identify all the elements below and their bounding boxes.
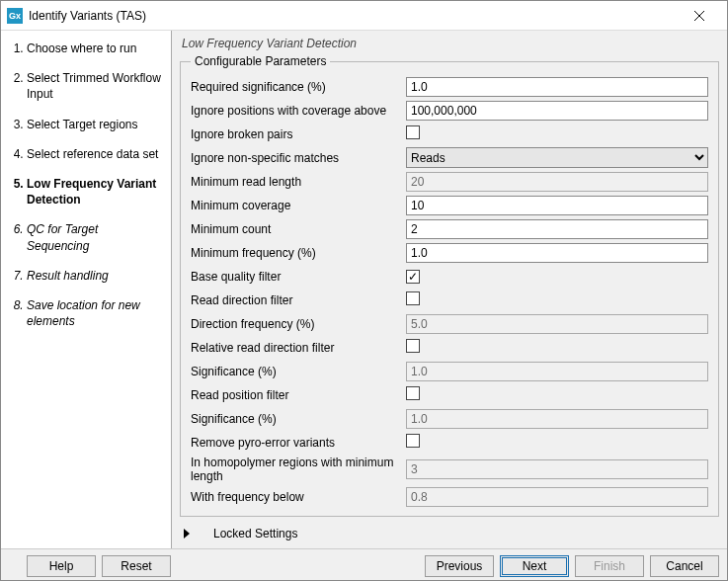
param-control (406, 196, 708, 215)
param-row: Minimum frequency (%) (191, 242, 708, 263)
wizard-step[interactable]: Select Trimmed Workflow Input (27, 70, 163, 102)
param-text-input[interactable] (406, 196, 708, 215)
cancel-button[interactable]: Cancel (650, 555, 719, 577)
param-label: Read position filter (191, 388, 406, 402)
param-label: Ignore non-specific matches (191, 151, 406, 165)
param-row: Required significance (%) (191, 76, 708, 97)
param-label: Remove pyro-error variants (191, 436, 406, 450)
param-control (406, 270, 708, 284)
param-text-input (406, 172, 708, 192)
param-control (406, 125, 708, 142)
chevron-right-icon (184, 529, 190, 539)
close-button[interactable] (680, 2, 719, 30)
wizard-step[interactable]: Select reference data set (27, 146, 163, 162)
locked-settings-label: Locked Settings (213, 527, 297, 540)
param-text-input[interactable] (406, 243, 708, 263)
param-control (406, 314, 708, 334)
param-text-input (406, 409, 708, 429)
param-label: Ignore positions with coverage above (191, 104, 406, 118)
wizard-sidebar: Choose where to runSelect Trimmed Workfl… (1, 31, 172, 548)
param-checkbox[interactable] (406, 339, 420, 353)
param-checkbox[interactable] (406, 291, 420, 305)
finish-button: Finish (575, 555, 644, 577)
body-area: Choose where to runSelect Trimmed Workfl… (1, 31, 727, 548)
param-row: Ignore broken pairs (191, 124, 708, 144)
wizard-step-list: Choose where to runSelect Trimmed Workfl… (9, 41, 163, 329)
configurable-parameters-fieldset: Configurable Parameters Required signifi… (180, 54, 719, 517)
wizard-step[interactable]: Low Frequency Variant Detection (27, 176, 163, 208)
param-label: Significance (%) (191, 412, 406, 426)
param-label: Minimum count (191, 222, 406, 236)
param-label: Minimum coverage (191, 199, 406, 212)
param-label: Direction frequency (%) (191, 317, 406, 331)
param-label: Significance (%) (191, 365, 406, 378)
param-label: Relative read direction filter (191, 341, 406, 355)
param-label: Read direction filter (191, 293, 406, 307)
title-bar: Gx Identify Variants (TAS) (1, 1, 727, 31)
param-control (406, 434, 708, 451)
param-row: Relative read direction filter (191, 337, 708, 358)
param-control (406, 386, 708, 403)
main-panel: Low Frequency Variant Detection Configur… (172, 31, 727, 548)
param-control (406, 459, 708, 479)
panel-header: Low Frequency Variant Detection (180, 37, 719, 50)
reset-button[interactable]: Reset (102, 555, 171, 577)
param-control (406, 243, 708, 263)
param-row: Ignore positions with coverage above (191, 100, 708, 121)
param-row: Significance (%) (191, 408, 708, 429)
help-button[interactable]: Help (27, 555, 96, 577)
wizard-step[interactable]: Save location for new elements (27, 297, 163, 329)
param-text-input[interactable] (406, 77, 708, 97)
param-label: In homopolymer regions with minimum leng… (191, 456, 406, 483)
param-label: With frequency below (191, 490, 406, 504)
param-row: Read position filter (191, 384, 708, 405)
param-text-input (406, 487, 708, 507)
wizard-step[interactable]: QC for Target Sequencing (27, 221, 163, 253)
param-row: Minimum read length (191, 171, 708, 192)
param-row: Significance (%) (191, 361, 708, 381)
locked-settings-toggle[interactable]: Locked Settings (180, 527, 719, 540)
next-button[interactable]: Next (500, 555, 569, 577)
app-icon: Gx (7, 8, 23, 24)
param-row: Ignore non-specific matchesReads (191, 147, 708, 168)
param-label: Ignore broken pairs (191, 127, 406, 141)
param-text-input (406, 459, 708, 479)
param-row: With frequency below (191, 486, 708, 507)
param-control (406, 101, 708, 121)
param-row: Minimum count (191, 218, 708, 239)
param-row: Minimum coverage (191, 195, 708, 215)
param-control: Reads (406, 147, 708, 168)
param-control (406, 339, 708, 356)
wizard-footer: Help Reset Previous Next Finish Cancel (1, 548, 727, 581)
param-control (406, 487, 708, 507)
param-checkbox[interactable] (406, 125, 420, 139)
param-select[interactable]: Reads (406, 147, 708, 168)
wizard-step[interactable]: Result handling (27, 268, 163, 284)
param-checkbox[interactable] (406, 270, 420, 284)
param-text-input (406, 314, 708, 334)
param-control (406, 409, 708, 429)
param-row: Direction frequency (%) (191, 313, 708, 334)
param-label: Minimum frequency (%) (191, 246, 406, 260)
close-icon (694, 11, 704, 21)
param-checkbox[interactable] (406, 434, 420, 448)
wizard-step[interactable]: Choose where to run (27, 41, 163, 56)
param-row: In homopolymer regions with minimum leng… (191, 456, 708, 483)
fieldset-legend: Configurable Parameters (191, 54, 330, 68)
param-row: Remove pyro-error variants (191, 432, 708, 453)
param-checkbox[interactable] (406, 386, 420, 400)
param-control (406, 219, 708, 239)
param-row: Read direction filter (191, 290, 708, 310)
param-text-input[interactable] (406, 101, 708, 121)
previous-button[interactable]: Previous (425, 555, 494, 577)
param-control (406, 291, 708, 308)
param-text-input (406, 362, 708, 381)
param-label: Base quality filter (191, 270, 406, 284)
param-control (406, 77, 708, 97)
wizard-step[interactable]: Select Target regions (27, 117, 163, 132)
parameters-container: Required significance (%)Ignore position… (191, 76, 708, 507)
param-control (406, 172, 708, 192)
param-text-input[interactable] (406, 219, 708, 239)
window-title: Identify Variants (TAS) (29, 9, 680, 23)
param-row: Base quality filter (191, 266, 708, 287)
